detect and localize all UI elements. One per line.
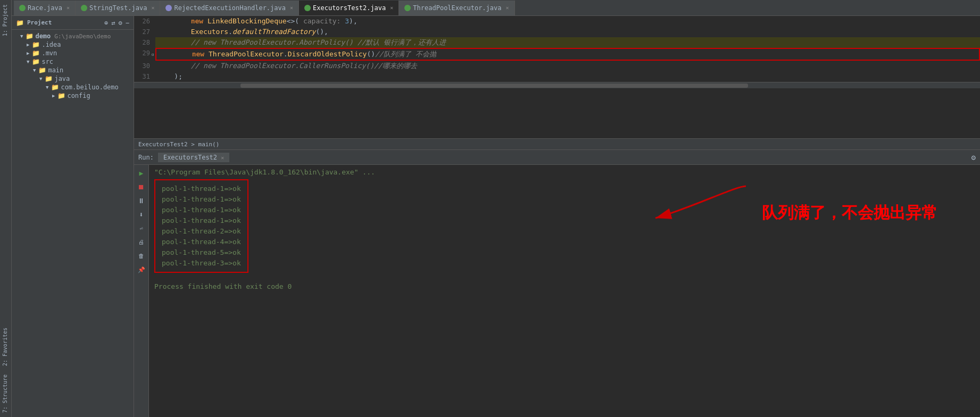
run-output-line-1: pool-1-thread-1=>ok [162,194,241,205]
line-num-29: 29 ▫ [134,48,155,61]
project-panel: 📁 Project ⊕ ⇄ ⚙ − ▼ 📁 demo G:\javaDemo\d… [12,16,134,417]
tree-item-idea[interactable]: ▶ 📁 .idea [12,40,134,49]
tree-item-src[interactable]: ▼ 📁 src [12,57,134,66]
run-play-button[interactable]: ▶ [137,168,146,178]
tab-threadpool-java[interactable]: ThreadPoolExecutor.java ✕ [399,1,514,15]
tab-icon-threadpool [404,5,411,11]
tab-close-race[interactable]: ✕ [67,5,70,11]
line-content-27[interactable]: Executors.defaultThreadFactory(), [155,27,980,37]
run-scroll-down-button[interactable]: ⬇ [137,210,146,219]
tree-item-config[interactable]: ▶ 📁 config [12,91,134,100]
folder-icon-mvn: 📁 [32,49,40,57]
line-content-30[interactable]: // new ThreadPoolExecutor.CallerRunsPoli… [155,61,980,71]
project-icon-globe[interactable]: ⊕ [104,19,108,27]
project-folder-icon: 📁 [16,19,24,27]
tab-icon-executors [304,5,311,11]
sidebar-tab-favorites[interactable]: 2: Favorites [0,323,11,370]
tree-arrow-demo: ▼ [20,34,23,39]
editor-area: 26 new LinkedBlockingDeque<>( capacity: … [134,16,980,417]
folder-icon-idea: 📁 [32,41,40,48]
tab-close-executors[interactable]: ✕ [390,5,393,11]
run-tab-close[interactable]: ✕ [221,155,224,161]
tab-close-rejected[interactable]: ✕ [290,5,293,11]
line-content-26[interactable]: new LinkedBlockingDeque<>( capacity: 3), [155,16,980,27]
run-body: ▶ ⏹ ⏸ ⬇ ⏎ 🖨 🗑 📌 "C:\Program Files\Java\j… [134,165,980,417]
tab-label-threadpool: ThreadPoolExecutor.java [413,4,501,12]
project-header: 📁 Project ⊕ ⇄ ⚙ − [12,16,134,30]
run-header: Run: ExecutorsTest2 ✕ ⚙ [134,150,980,165]
tab-label-executors: ExecutorsTest2.java [313,4,386,12]
run-output-line-5: pool-1-thread-4=>ok [162,237,241,247]
tree-arrow-idea: ▶ [27,42,29,47]
annotation-text: 队列满了，不会抛出异常 [762,202,937,224]
run-command-line: "C:\Program Files\Java\jdk1.8.0_162\bin\… [154,168,975,176]
tree-item-demo[interactable]: ▼ 📁 demo G:\javaDemo\demo [12,32,134,40]
project-title: Project [27,19,101,26]
run-pin-button[interactable]: 📌 [137,265,146,274]
tree-arrow-main: ▼ [33,68,36,73]
tree-item-java[interactable]: ▼ 📁 java [12,74,134,83]
code-editor: 26 new LinkedBlockingDeque<>( capacity: … [134,16,980,138]
line-num-27: 27 [134,27,155,37]
sidebar-tab-project[interactable]: 1: Project [0,0,11,40]
tree-item-mvn[interactable]: ▶ 📁 .mvn [12,49,134,57]
run-header-gear[interactable]: ⚙ [971,153,976,162]
tree-item-main[interactable]: ▼ 📁 main [12,66,134,74]
run-wrap-button[interactable]: ⏎ [137,223,146,233]
tab-rejected-java[interactable]: RejectedExecutionHandler.java ✕ [160,1,299,15]
tab-bar: Race.java ✕ StringTest.java ✕ RejectedEx… [12,0,980,16]
tab-icon-stringtest [81,5,87,11]
tree-label-src: src [41,58,53,65]
project-icon-arrows[interactable]: ⇄ [111,19,115,27]
code-line-29: 29 ▫ new ThreadPoolExecutor.DiscardOldes… [134,48,980,61]
breadcrumb: ExecutorsTest2 > main() [138,141,219,148]
gear-icon: ⚙ [971,153,976,162]
folder-icon-java: 📁 [45,75,53,82]
run-tab-executors[interactable]: ExecutorsTest2 ✕ [158,153,229,162]
tab-race-java[interactable]: Race.java ✕ [14,1,76,15]
editor-scrollbar[interactable] [134,82,980,88]
run-toolbar: ▶ ⏹ ⏸ ⬇ ⏎ 🖨 🗑 📌 [134,165,149,417]
tree-arrow-src: ▼ [27,59,29,64]
run-clear-button[interactable]: 🗑 [137,251,146,261]
code-lines: 26 new LinkedBlockingDeque<>( capacity: … [134,16,980,82]
line-content-28[interactable]: // new ThreadPoolExecutor.AbortPolicy() … [155,37,980,48]
run-process-line: Process finished with exit code 0 [154,282,975,290]
left-sidebar: 1: Project 2: Favorites 7: Structure [0,0,12,417]
tab-stringtest-java[interactable]: StringTest.java ✕ [76,1,160,15]
run-output-line-0: pool-1-thread-1=>ok [162,184,241,194]
code-line-30: 30 // new ThreadPoolExecutor.CallerRunsP… [134,61,980,71]
annotation-container: 队列满了，不会抛出异常 [762,202,937,224]
main-container: Race.java ✕ StringTest.java ✕ RejectedEx… [12,0,980,417]
tab-executors-java[interactable]: ExecutorsTest2.java ✕ [299,1,399,15]
breadcrumb-bar: ExecutorsTest2 > main() [134,138,980,150]
tab-label-stringtest: StringTest.java [89,4,147,12]
line-content-31[interactable]: ); [155,71,980,82]
tab-label-race: Race.java [28,4,62,12]
tab-label-rejected: RejectedExecutionHandler.java [174,4,286,12]
run-output-line-3: pool-1-thread-1=>ok [162,215,241,226]
line-num-31: 31 [134,71,155,82]
tree-item-comdemo[interactable]: ▼ 📁 com.beiluo.demo [12,83,134,91]
project-icon-minus[interactable]: − [126,19,129,27]
tree-arrow-mvn: ▶ [27,51,29,56]
run-stop-button[interactable]: ⏹ [137,182,146,191]
run-tab-label: ExecutorsTest2 [163,154,217,161]
run-print-button[interactable]: 🖨 [137,237,146,247]
line-content-29[interactable]: new ThreadPoolExecutor.DiscardOldestPoli… [155,48,980,61]
run-panel: Run: ExecutorsTest2 ✕ ⚙ ▶ ⏹ ⏸ [134,150,980,417]
line-num-30: 30 [134,61,155,71]
folder-icon-comdemo: 📁 [51,84,59,91]
tab-icon-rejected [165,5,172,11]
code-line-26: 26 new LinkedBlockingDeque<>( capacity: … [134,16,980,27]
run-output-line-2: pool-1-thread-1=>ok [162,205,241,215]
tab-close-threadpool[interactable]: ✕ [506,5,509,11]
code-line-31: 31 ); [134,71,980,82]
project-icon-gear[interactable]: ⚙ [119,19,122,27]
run-pause-button[interactable]: ⏸ [137,196,146,205]
tree-arrow-config: ▶ [52,93,55,98]
tab-close-stringtest[interactable]: ✕ [151,5,154,11]
tree-label-java: java [54,75,70,82]
tree-path-demo: G:\javaDemo\demo [54,33,111,40]
sidebar-tab-structure[interactable]: 7: Structure [0,370,11,417]
